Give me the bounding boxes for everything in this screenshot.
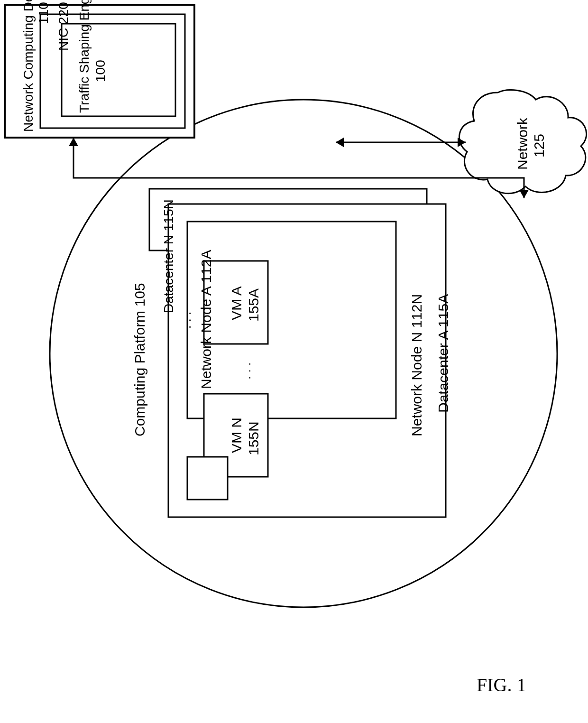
datacenter-ellipsis: . . . [179,312,194,329]
network-ref: 125 [531,134,547,158]
arrowhead-left-icon [336,138,344,147]
computing-platform-label: Computing Platform 105 [132,283,148,437]
network-node-n-label: Network Node N 112N [409,294,425,436]
network-label: Network [514,118,531,170]
arrowhead-down-icon [519,190,529,198]
datacenter-n-label: Datacenter N 115N [161,199,176,313]
vm-ellipsis: . . . [239,362,254,380]
nic-label: NIC 220 [56,2,71,51]
traffic-shaping-engine-ref: 100 [93,60,108,82]
network-computing-device-label: Network Computing Device [21,0,36,132]
network-node-n-box [187,457,228,500]
vm-n-ref: 155N [246,421,262,455]
arrowhead-up-icon [69,138,78,146]
traffic-shaping-engine-label: Traffic Shaping Engine [77,0,92,113]
vm-n-label: VM N [229,417,245,453]
network-node-a-label: Network Node A 112A [198,250,214,389]
vm-a-label: VM A [229,286,245,320]
vm-a-ref: 155A [246,288,262,322]
network-computing-device-ref: 110 [36,2,51,24]
datacenter-a-label: Datacenter A 115A [435,294,451,413]
figure-label: FIG. 1 [477,674,526,696]
